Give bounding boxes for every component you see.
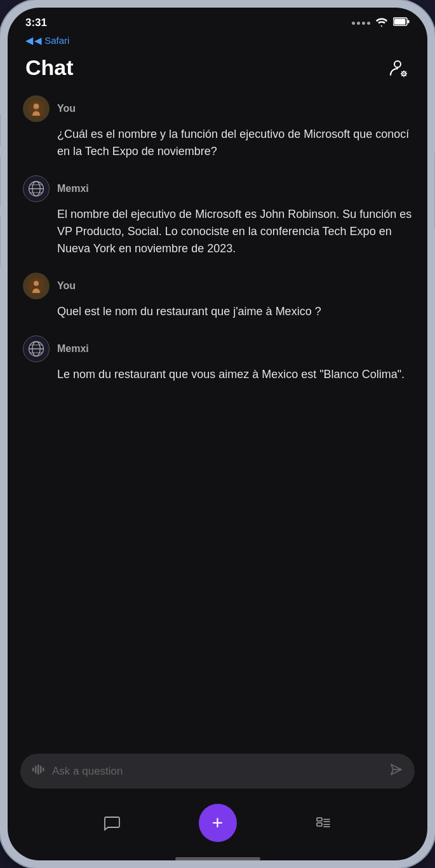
notch — [167, 8, 269, 28]
svg-line-12 — [405, 71, 406, 72]
dot-2 — [357, 22, 360, 25]
messages-area: You ¿Cuál es el nombre y la función del … — [8, 90, 427, 746]
message-group-2: Memxi El nombre del ejecutivo de Microso… — [23, 175, 412, 257]
message-text-3: Quel est le nom du restaurant que j'aime… — [23, 303, 412, 320]
message-header-3: You — [23, 273, 412, 299]
svg-rect-35 — [317, 818, 322, 821]
user-avatar-2 — [23, 273, 50, 299]
battery-icon — [393, 17, 410, 29]
signal-dots — [352, 22, 370, 25]
svg-rect-2 — [408, 20, 410, 24]
chat-header: Chat — [8, 50, 427, 90]
safari-back-button[interactable]: ◀ ◀ Safari — [25, 34, 69, 46]
svg-point-3 — [394, 61, 401, 67]
phone-frame: 3:31 — [0, 0, 435, 868]
back-arrow-icon: ◀ — [25, 34, 33, 46]
svg-point-16 — [34, 104, 39, 109]
dot-4 — [367, 22, 370, 25]
safari-back-label: ◀ Safari — [34, 35, 69, 46]
message-text-1: ¿Cuál es el nombre y la función del ejec… — [23, 126, 412, 160]
memxi-avatar-2 — [23, 336, 50, 362]
send-icon[interactable] — [389, 763, 403, 780]
page-title: Chat — [25, 55, 74, 80]
status-time: 3:31 — [25, 17, 47, 29]
svg-rect-32 — [40, 766, 42, 773]
home-indicator — [175, 857, 260, 860]
memxi-avatar-1 — [23, 175, 50, 202]
svg-rect-29 — [32, 768, 34, 771]
message-group-3: You Quel est le nom du restaurant que j'… — [23, 273, 412, 320]
nav-chat-item[interactable] — [25, 814, 199, 832]
svg-rect-1 — [394, 19, 406, 25]
input-bar: Ask a question — [20, 754, 415, 789]
dot-3 — [362, 22, 365, 25]
mic-icon[interactable] — [32, 763, 46, 780]
message-header-1: You — [23, 95, 412, 122]
svg-line-13 — [402, 75, 403, 76]
settings-icon[interactable] — [388, 57, 410, 79]
wifi-icon — [375, 17, 388, 29]
message-group-4: Memxi Le nom du restaurant que vous aime… — [23, 336, 412, 383]
message-header-2: Memxi — [23, 175, 412, 202]
svg-line-10 — [402, 71, 403, 72]
svg-line-11 — [405, 75, 406, 76]
volume-down-button[interactable] — [0, 156, 1, 207]
message-text-4: Le nom du restaurant que vous aimez à Me… — [23, 366, 412, 383]
sender-name-2: Memxi — [57, 183, 89, 194]
message-header-4: Memxi — [23, 336, 412, 362]
phone-screen: 3:31 — [8, 8, 427, 860]
sender-name-1: You — [57, 103, 76, 114]
svg-rect-33 — [43, 768, 44, 771]
safari-nav: ◀ ◀ Safari — [8, 33, 427, 50]
message-text-2: El nombre del ejecutivo de Microsoft es … — [23, 206, 412, 257]
sender-name-4: Memxi — [57, 343, 89, 355]
silent-switch[interactable] — [0, 216, 1, 267]
input-area: Ask a question — [8, 746, 427, 799]
message-group-1: You ¿Cuál es el nombre y la función del … — [23, 95, 412, 160]
status-icons — [352, 17, 410, 29]
nav-grid-item[interactable] — [237, 814, 410, 832]
svg-rect-30 — [35, 766, 37, 773]
svg-rect-31 — [37, 764, 39, 775]
nav-add-button[interactable]: + — [199, 804, 237, 842]
sender-name-3: You — [57, 280, 76, 292]
dot-1 — [352, 22, 355, 25]
add-icon: + — [212, 813, 224, 832]
svg-point-5 — [403, 72, 405, 74]
input-placeholder[interactable]: Ask a question — [52, 765, 383, 778]
user-avatar-1 — [23, 95, 50, 122]
volume-up-button[interactable] — [0, 114, 1, 146]
svg-point-23 — [34, 281, 39, 286]
svg-rect-36 — [317, 823, 322, 826]
bottom-nav: + — [8, 799, 427, 855]
